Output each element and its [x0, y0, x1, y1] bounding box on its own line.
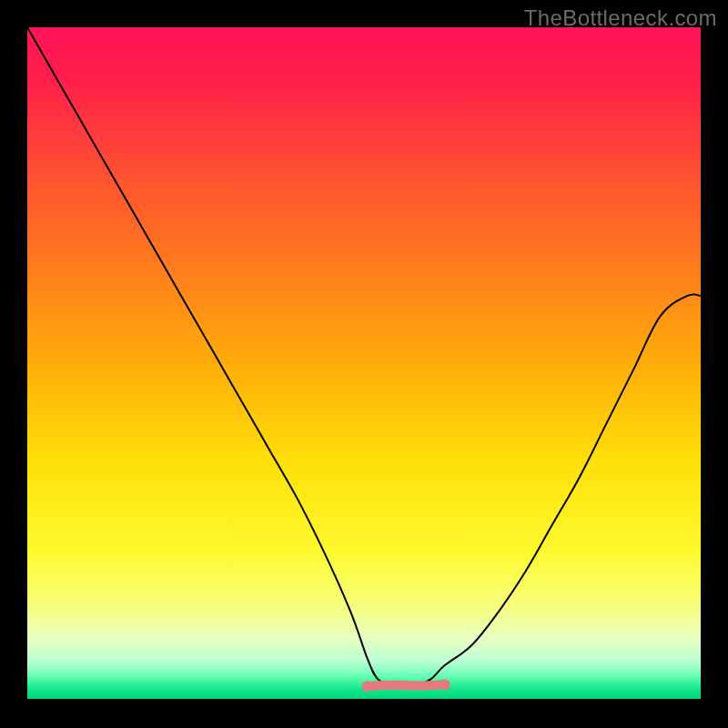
optimal-zone-marker-left: [362, 681, 373, 692]
chart-frame: TheBottleneck.com: [0, 0, 728, 728]
watermark-text: TheBottleneck.com: [524, 5, 717, 31]
optimal-zone-marker-right: [440, 679, 450, 690]
gradient-background: [27, 27, 701, 699]
bottleneck-chart: [0, 0, 728, 728]
optimal-zone-highlight: [368, 684, 445, 686]
